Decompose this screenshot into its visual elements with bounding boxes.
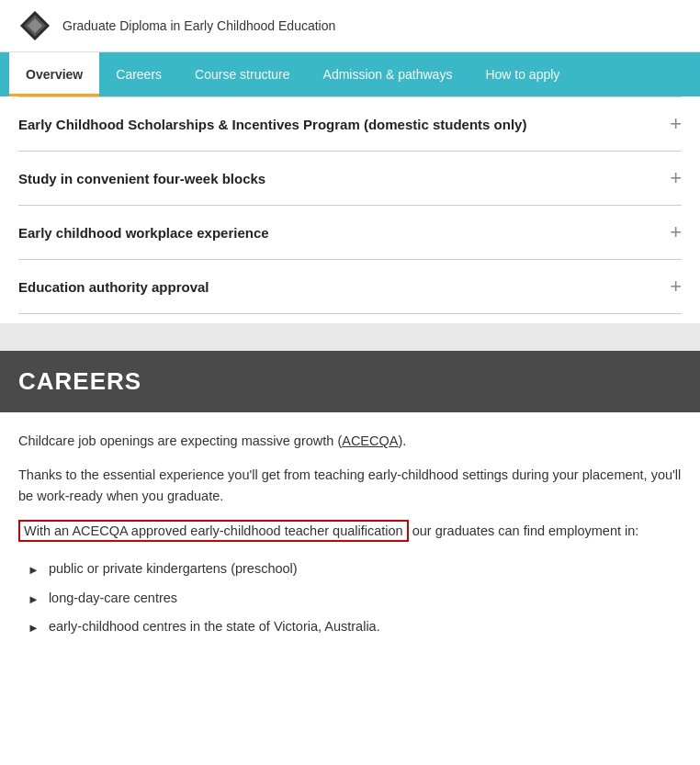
- tab-how-to-apply[interactable]: How to apply: [469, 52, 576, 96]
- accordion-item-workplace[interactable]: Early childhood workplace experience +: [18, 206, 682, 260]
- accordion-item-authority[interactable]: Education authority approval +: [18, 260, 682, 314]
- careers-content: Childcare job openings are expecting mas…: [0, 412, 700, 660]
- section-divider: [0, 323, 700, 351]
- list-item: ► public or private kindergartens (presc…: [28, 555, 682, 584]
- tab-careers[interactable]: Careers: [99, 52, 178, 96]
- bullet-icon: ►: [28, 619, 40, 637]
- list-item: ► early-childhood centres in the state o…: [28, 613, 682, 642]
- bullet-icon: ►: [28, 561, 40, 579]
- expand-icon-authority: +: [670, 276, 682, 297]
- expand-icon-workplace: +: [670, 222, 682, 242]
- careers-paragraph-3: With an ACECQA approved early-childhood …: [18, 521, 682, 542]
- accordion-section: Early Childhood Scholarships & Incentive…: [0, 96, 700, 314]
- tab-overview[interactable]: Overview: [9, 52, 99, 96]
- page-header: Graduate Diploma in Early Childhood Educ…: [0, 0, 700, 52]
- expand-icon-blocks: +: [670, 168, 682, 188]
- navigation-tabs: Overview Careers Course structure Admiss…: [0, 52, 700, 96]
- careers-paragraph-1: Childcare job openings are expecting mas…: [18, 431, 682, 452]
- expand-icon-scholarships: +: [670, 114, 682, 134]
- careers-banner: CAREERS: [0, 351, 700, 412]
- accordion-item-scholarships[interactable]: Early Childhood Scholarships & Incentive…: [18, 96, 682, 152]
- careers-heading: CAREERS: [18, 367, 682, 396]
- page-title: Graduate Diploma in Early Childhood Educ…: [62, 18, 335, 33]
- employment-list: ► public or private kindergartens (presc…: [18, 555, 682, 642]
- logo-icon: [18, 9, 51, 42]
- bullet-icon: ►: [28, 591, 40, 609]
- accordion-item-blocks[interactable]: Study in convenient four-week blocks +: [18, 152, 682, 206]
- highlight-qualification: With an ACECQA approved early-childhood …: [18, 520, 409, 542]
- careers-paragraph-2: Thanks to the essential experience you'l…: [18, 465, 682, 507]
- acecqa-link[interactable]: ACECQA: [342, 433, 398, 448]
- tab-course-structure[interactable]: Course structure: [178, 52, 306, 96]
- tab-admission-pathways[interactable]: Admission & pathways: [307, 52, 469, 96]
- list-item: ► long-day-care centres: [28, 584, 682, 613]
